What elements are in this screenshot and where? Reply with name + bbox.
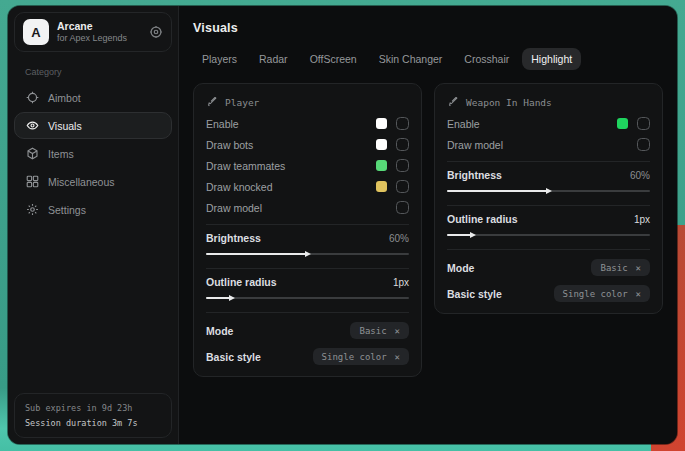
tab-highlight[interactable]: Highlight: [522, 48, 581, 70]
slider-thumb[interactable]: [229, 295, 235, 301]
divider: [447, 249, 650, 250]
close-icon[interactable]: ✕: [636, 289, 641, 299]
toggle-row-enable: Enable: [447, 113, 650, 134]
slider-label: Outline radius: [206, 276, 277, 288]
select-row-mode: Mode Basic ✕: [206, 322, 409, 339]
mode-chip[interactable]: Basic ✕: [591, 259, 650, 276]
tab-skin-changer[interactable]: Skin Changer: [370, 48, 452, 70]
panel-player: Player Enable Draw bots Draw teammates: [193, 83, 422, 377]
color-swatch[interactable]: [376, 160, 387, 171]
slider-block-brightness: Brightness 60%: [447, 168, 650, 199]
panel-weapon-in-hands: Weapon In Hands Enable Draw model Bright…: [434, 83, 663, 314]
outline-radius-slider[interactable]: [447, 230, 650, 240]
slider-block-brightness: Brightness 60%: [206, 231, 409, 262]
page-title: Visuals: [179, 6, 677, 35]
select-label: Basic style: [447, 288, 502, 300]
sidebar-item-miscellaneous[interactable]: Miscellaneous: [14, 168, 172, 195]
toggle-label: Draw knocked: [206, 181, 376, 193]
sub-expiry: Sub expires in 9d 23h: [25, 401, 161, 415]
close-icon[interactable]: ✕: [395, 326, 400, 336]
slider-thumb[interactable]: [546, 188, 552, 194]
basic-style-chip[interactable]: Single color ✕: [313, 348, 409, 365]
color-swatch[interactable]: [376, 139, 387, 150]
slider-value: 1px: [393, 277, 409, 288]
brightness-slider[interactable]: [447, 186, 650, 196]
cube-icon: [25, 147, 39, 161]
checkbox[interactable]: [396, 117, 409, 130]
checkbox[interactable]: [396, 159, 409, 172]
app-name: Arcane: [57, 20, 127, 33]
toggle-row-draw-bots: Draw bots: [206, 134, 409, 155]
tab-radar[interactable]: Radar: [250, 48, 297, 70]
select-label: Basic style: [206, 351, 261, 363]
slider-thumb[interactable]: [305, 251, 311, 257]
crosshair-icon: [25, 91, 39, 105]
category-label: Category: [25, 67, 178, 77]
color-swatch[interactable]: [617, 118, 628, 129]
toggle-label: Draw bots: [206, 139, 376, 151]
panel-title: Weapon In Hands: [466, 97, 552, 108]
color-swatch[interactable]: [376, 118, 387, 129]
sidebar-item-settings[interactable]: Settings: [14, 196, 172, 223]
divider: [447, 205, 650, 206]
toggle-row-draw-model: Draw model: [447, 134, 650, 155]
divider: [206, 312, 409, 313]
toggle-label: Draw model: [206, 202, 396, 214]
slider-block-outline-radius: Outline radius 1px: [206, 275, 409, 306]
sidebar-nav: Aimbot Visuals Items: [8, 84, 178, 223]
divider: [447, 161, 650, 162]
slider-value: 1px: [634, 214, 650, 225]
sidebar-item-aimbot[interactable]: Aimbot: [14, 84, 172, 111]
slider-thumb[interactable]: [470, 232, 476, 238]
slider-value: 60%: [630, 170, 650, 181]
slider-label: Brightness: [206, 232, 261, 244]
tab-offscreen[interactable]: OffScreen: [301, 48, 366, 70]
sidebar-item-label: Settings: [48, 204, 86, 216]
toggle-label: Draw model: [447, 139, 637, 151]
sidebar-item-label: Aimbot: [48, 92, 81, 104]
session-duration: Session duration 3m 7s: [25, 416, 161, 430]
slider-label: Outline radius: [447, 213, 518, 225]
main-content: Visuals Players Radar OffScreen Skin Cha…: [178, 6, 677, 444]
brightness-slider[interactable]: [206, 249, 409, 259]
tab-bar: Players Radar OffScreen Skin Changer Cro…: [179, 35, 677, 70]
slider-label: Brightness: [447, 169, 502, 181]
toggle-row-draw-knocked: Draw knocked: [206, 176, 409, 197]
checkbox[interactable]: [637, 117, 650, 130]
divider: [206, 268, 409, 269]
eye-icon: [25, 119, 39, 133]
basic-style-chip[interactable]: Single color ✕: [554, 285, 650, 302]
app-logo: A: [23, 19, 49, 45]
toggle-row-draw-teammates: Draw teammates: [206, 155, 409, 176]
sidebar-item-items[interactable]: Items: [14, 140, 172, 167]
mode-chip[interactable]: Basic ✕: [350, 322, 409, 339]
sidebar-item-visuals[interactable]: Visuals: [14, 112, 172, 139]
close-icon[interactable]: ✕: [395, 352, 400, 362]
color-swatch[interactable]: [376, 181, 387, 192]
focus-icon[interactable]: [149, 25, 163, 39]
app-subtitle: for Apex Legends: [57, 33, 127, 44]
player-icon: [206, 96, 218, 108]
slider-block-outline-radius: Outline radius 1px: [447, 212, 650, 243]
outline-radius-slider[interactable]: [206, 293, 409, 303]
subscription-card: Sub expires in 9d 23h Session duration 3…: [14, 393, 172, 438]
select-row-mode: Mode Basic ✕: [447, 259, 650, 276]
sidebar-item-label: Miscellaneous: [48, 176, 115, 188]
select-row-basic-style: Basic style Single color ✕: [447, 285, 650, 302]
checkbox[interactable]: [396, 180, 409, 193]
divider: [206, 224, 409, 225]
panel-title: Player: [225, 97, 259, 108]
checkbox[interactable]: [396, 201, 409, 214]
tab-crosshair[interactable]: Crosshair: [455, 48, 518, 70]
sidebar-item-label: Items: [48, 148, 74, 160]
checkbox[interactable]: [637, 138, 650, 151]
chip-value: Single color: [563, 289, 628, 299]
app-header-card: A Arcane for Apex Legends: [14, 12, 172, 52]
checkbox[interactable]: [396, 138, 409, 151]
toggle-row-enable: Enable: [206, 113, 409, 134]
close-icon[interactable]: ✕: [636, 263, 641, 273]
toggle-label: Enable: [447, 118, 617, 130]
chip-value: Basic: [359, 326, 386, 336]
toggle-label: Draw teammates: [206, 160, 376, 172]
tab-players[interactable]: Players: [193, 48, 246, 70]
